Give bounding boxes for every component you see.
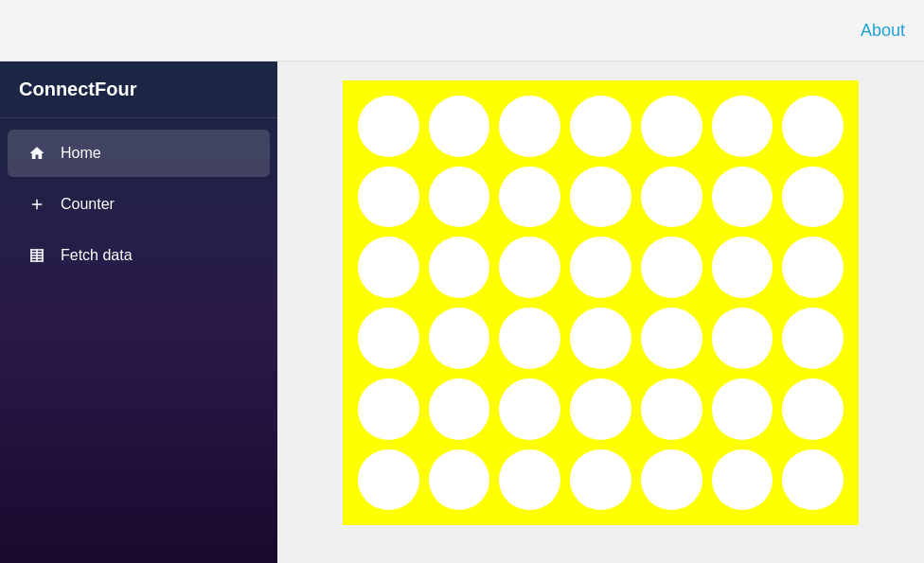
table-icon xyxy=(27,245,47,266)
board-cell[interactable] xyxy=(570,167,631,228)
board-cell[interactable] xyxy=(570,237,631,298)
board-cell[interactable] xyxy=(782,237,844,298)
board-cell[interactable] xyxy=(358,237,419,298)
sidebar-item-home-label: Home xyxy=(61,145,101,162)
board-cell[interactable] xyxy=(429,449,490,511)
board-cell[interactable] xyxy=(358,449,419,511)
board-cell[interactable] xyxy=(712,449,773,511)
board-cell[interactable] xyxy=(712,96,773,157)
home-icon xyxy=(27,143,47,164)
board-cell[interactable] xyxy=(429,378,490,440)
board-cell[interactable] xyxy=(641,378,702,440)
board-cell[interactable] xyxy=(570,378,631,440)
sidebar-item-fetch-data[interactable]: Fetch data xyxy=(8,232,270,279)
sidebar-nav: Home Counter Fetch da xyxy=(0,118,277,290)
board-cell[interactable] xyxy=(782,449,844,511)
board-cell[interactable] xyxy=(712,308,773,369)
board-cell[interactable] xyxy=(570,449,631,511)
board-cell[interactable] xyxy=(570,308,631,369)
sidebar-title: ConnectFour xyxy=(0,62,277,118)
content-area xyxy=(277,62,924,563)
board-cell[interactable] xyxy=(358,378,419,440)
board-cell[interactable] xyxy=(782,378,844,440)
board-cell[interactable] xyxy=(499,308,560,369)
main-layout: ConnectFour Home Counter xyxy=(0,62,924,563)
sidebar-item-fetch-data-label: Fetch data xyxy=(61,247,133,264)
board-cell[interactable] xyxy=(429,96,490,157)
board-cell[interactable] xyxy=(358,96,419,157)
board-cell[interactable] xyxy=(499,378,560,440)
about-link[interactable]: About xyxy=(861,21,905,41)
board-cell[interactable] xyxy=(712,237,773,298)
board-cell[interactable] xyxy=(499,449,560,511)
board-cell[interactable] xyxy=(712,167,773,228)
board-cell[interactable] xyxy=(570,96,631,157)
board-cell[interactable] xyxy=(499,96,560,157)
board-cell[interactable] xyxy=(429,237,490,298)
board-cell[interactable] xyxy=(641,449,702,511)
top-bar: About xyxy=(0,0,924,62)
board-cell[interactable] xyxy=(782,96,844,157)
sidebar-item-home[interactable]: Home xyxy=(8,130,270,177)
sidebar: ConnectFour Home Counter xyxy=(0,62,277,563)
board-cell[interactable] xyxy=(712,378,773,440)
board-cell[interactable] xyxy=(641,96,702,157)
board-cell[interactable] xyxy=(358,308,419,369)
sidebar-item-counter[interactable]: Counter xyxy=(8,181,270,228)
board-cell[interactable] xyxy=(641,237,702,298)
board-cell[interactable] xyxy=(499,237,560,298)
board-cell[interactable] xyxy=(782,167,844,228)
board-cell[interactable] xyxy=(641,308,702,369)
board-cell[interactable] xyxy=(358,167,419,228)
board-cell[interactable] xyxy=(429,308,490,369)
sidebar-item-counter-label: Counter xyxy=(61,196,115,213)
board-cell[interactable] xyxy=(499,167,560,228)
board-cell[interactable] xyxy=(429,167,490,228)
board-cell[interactable] xyxy=(782,308,844,369)
connect-four-board xyxy=(343,80,859,525)
plus-icon xyxy=(27,194,47,215)
board-cell[interactable] xyxy=(641,167,702,228)
